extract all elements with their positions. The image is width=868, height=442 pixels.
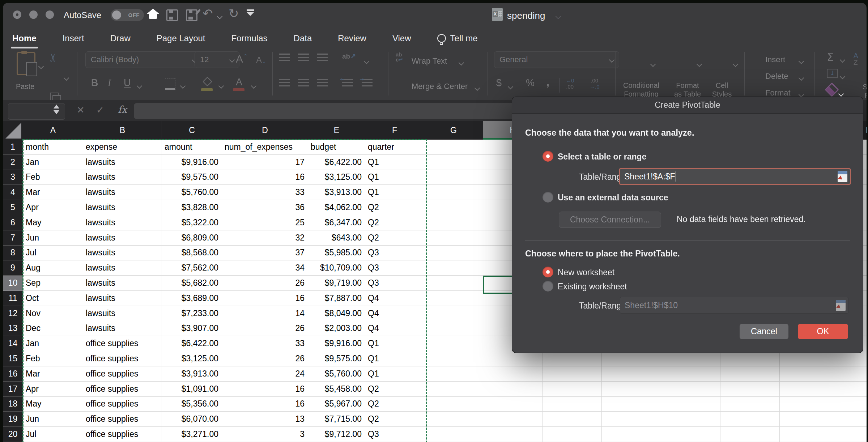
cell-B10[interactable]: lawsuits: [83, 276, 162, 291]
cell-H15[interactable]: [483, 351, 542, 366]
cell-E8[interactable]: $5,985.00: [308, 246, 365, 261]
zoom-window-button[interactable]: [46, 10, 54, 19]
cell-I19[interactable]: [542, 412, 602, 427]
cell-C18[interactable]: $5,356.00: [162, 397, 222, 412]
cell-M17[interactable]: [780, 382, 839, 397]
cell-styles-label[interactable]: CellStyles: [709, 81, 735, 98]
cell-D1[interactable]: num_of_expenses: [222, 140, 308, 155]
decrease-decimal-icon[interactable]: ←0.00: [566, 77, 574, 90]
conditional-formatting-chevron-icon[interactable]: [651, 61, 655, 67]
cell-C11[interactable]: $3,689.00: [162, 291, 222, 306]
cell-F3[interactable]: Q1: [365, 170, 424, 185]
decrease-indent-icon[interactable]: ←: [342, 79, 353, 86]
cell-H17[interactable]: [483, 382, 542, 397]
cell-C20[interactable]: $3,271.00: [162, 427, 222, 442]
table-range2-input[interactable]: Sheet1!$H$10: [620, 297, 848, 314]
cell-E2[interactable]: $6,422.00: [308, 155, 365, 170]
cell-B2[interactable]: lawsuits: [83, 155, 162, 170]
cell-H20[interactable]: [483, 427, 542, 442]
cell-G18[interactable]: [424, 397, 483, 412]
choose-connection-button[interactable]: Choose Connection...: [559, 212, 661, 228]
cell-D17[interactable]: 16: [222, 382, 308, 397]
cell-E19[interactable]: $7,715.00: [308, 412, 365, 427]
cell-E12[interactable]: $8,049.00: [308, 306, 365, 321]
cell-C9[interactable]: $7,562.00: [162, 260, 222, 276]
ok-button[interactable]: OK: [798, 324, 848, 339]
cell-D2[interactable]: 17: [222, 155, 308, 170]
cell-D12[interactable]: 14: [222, 306, 308, 321]
cell-B16[interactable]: office supplies: [83, 366, 162, 382]
cell-E6[interactable]: $6,347.00: [308, 215, 365, 230]
cell-D4[interactable]: 33: [222, 185, 308, 200]
cell-I15[interactable]: [542, 351, 602, 366]
cell-J17[interactable]: [602, 382, 661, 397]
paste-chevron-icon[interactable]: [39, 63, 43, 69]
increase-indent-icon[interactable]: →: [362, 79, 373, 86]
row-header-10[interactable]: 10: [3, 276, 23, 291]
cell-N20[interactable]: [839, 427, 868, 442]
format-as-table-label[interactable]: Formatas Table: [668, 81, 707, 98]
cell-C15[interactable]: $3,125.00: [162, 351, 222, 366]
cell-N18[interactable]: [839, 397, 868, 412]
delete-cells-chevron-icon[interactable]: [799, 75, 803, 81]
cell-E13[interactable]: $2,003.00: [308, 321, 365, 336]
wrap-text-label[interactable]: Wrap Text: [412, 56, 447, 66]
cell-M16[interactable]: [780, 366, 839, 382]
cell-C1[interactable]: amount: [162, 140, 222, 155]
cell-A19[interactable]: Jun: [23, 412, 83, 427]
clear-chevron-icon[interactable]: [839, 90, 843, 97]
cell-F20[interactable]: Q3: [365, 427, 424, 442]
cell-F11[interactable]: Q4: [365, 291, 424, 306]
cell-D14[interactable]: 33: [222, 336, 308, 351]
autosave-toggle[interactable]: OFF: [111, 9, 144, 21]
column-header-F[interactable]: F: [365, 121, 424, 140]
cell-A7[interactable]: Jun: [23, 230, 83, 246]
cell-G8[interactable]: [424, 246, 483, 261]
cell-G2[interactable]: [424, 155, 483, 170]
tab-formulas[interactable]: Formulas: [231, 33, 268, 43]
tab-home[interactable]: Home: [12, 33, 37, 43]
delete-cells-label[interactable]: Delete: [765, 72, 788, 81]
row-header-5[interactable]: 5: [3, 200, 23, 215]
comma-icon[interactable]: ,: [546, 75, 549, 89]
cell-C7[interactable]: $6,809.00: [162, 230, 222, 246]
format-cells-label[interactable]: Format: [765, 88, 791, 98]
cell-I20[interactable]: [542, 427, 602, 442]
column-header-D[interactable]: D: [222, 121, 308, 140]
cell-B9[interactable]: lawsuits: [83, 260, 162, 276]
copy-chevron-icon[interactable]: [64, 75, 68, 81]
table-range-input[interactable]: Sheet1!$A:$F: [619, 168, 851, 185]
cell-B14[interactable]: office supplies: [83, 336, 162, 351]
cell-H18[interactable]: [483, 397, 542, 412]
cell-G3[interactable]: [424, 170, 483, 185]
cell-J18[interactable]: [602, 397, 661, 412]
cell-F6[interactable]: Q2: [365, 215, 424, 230]
cell-A20[interactable]: Jul: [23, 427, 83, 442]
column-header-A[interactable]: A: [23, 121, 83, 140]
align-middle-icon[interactable]: [298, 54, 309, 61]
range-selector-icon[interactable]: [838, 171, 847, 182]
currency-icon[interactable]: $: [496, 77, 502, 89]
cancel-entry-icon[interactable]: [77, 105, 85, 115]
cell-I18[interactable]: [542, 397, 602, 412]
cell-E9[interactable]: $10,709.00: [308, 260, 365, 276]
cell-B1[interactable]: expense: [83, 140, 162, 155]
cell-K19[interactable]: [661, 412, 720, 427]
currency-chevron-icon[interactable]: [509, 83, 512, 90]
cell-F12[interactable]: Q4: [365, 306, 424, 321]
cell-E14[interactable]: $9,916.00: [308, 336, 365, 351]
cell-M19[interactable]: [780, 412, 839, 427]
cell-D10[interactable]: 26: [222, 276, 308, 291]
cell-E17[interactable]: $5,458.00: [308, 382, 365, 397]
cell-G13[interactable]: [424, 321, 483, 336]
cell-F18[interactable]: Q2: [365, 397, 424, 412]
minimize-window-button[interactable]: [29, 10, 38, 19]
cell-D3[interactable]: 16: [222, 170, 308, 185]
cell-A4[interactable]: Mar: [23, 185, 83, 200]
row-header-15[interactable]: 15: [3, 351, 23, 366]
cell-E15[interactable]: $9,575.00: [308, 351, 365, 366]
column-header-B[interactable]: B: [83, 121, 162, 140]
insert-cells-label[interactable]: Insert: [765, 55, 785, 64]
cell-F16[interactable]: Q1: [365, 366, 424, 382]
row-header-3[interactable]: 3: [3, 170, 23, 185]
